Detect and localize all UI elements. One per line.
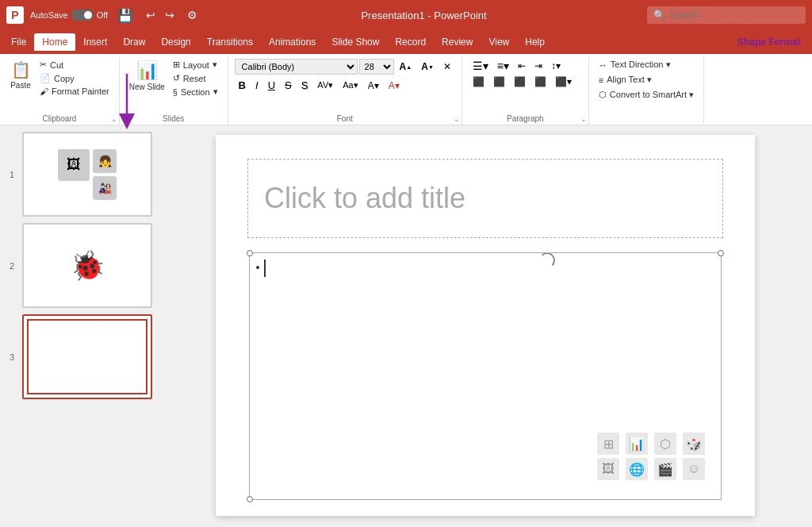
- menu-shape-format[interactable]: Shape Format: [730, 33, 809, 51]
- slide-1-content: 🖼 👧 🎎: [27, 137, 147, 212]
- content-placeholder[interactable]: ⊞ 📊 ⬡ 🎲 🖼 🌐 🎬 ☺: [249, 252, 722, 500]
- section-icon: §: [173, 87, 178, 97]
- menu-design[interactable]: Design: [153, 33, 198, 51]
- para-row-2: ⬛ ⬛ ⬛ ⬛ ⬛▾: [469, 75, 576, 88]
- clipboard-label: Clipboard: [42, 114, 76, 123]
- title-placeholder-text: Click to add title: [264, 182, 465, 215]
- title-bar-right: 🔍: [647, 6, 806, 24]
- align-center-button[interactable]: ⬛: [489, 75, 509, 88]
- font-content: Calibri (Body) 28 A▲ A▼ ✕ B I U S S AV▾ …: [235, 59, 455, 105]
- menu-animations[interactable]: Animations: [261, 33, 324, 51]
- paste-icon: 📋: [11, 60, 31, 79]
- italic-button[interactable]: I: [251, 79, 262, 92]
- autosave-state: Off: [97, 10, 108, 20]
- menu-slideshow[interactable]: Slide Show: [324, 33, 387, 51]
- font-color-button[interactable]: A▾: [385, 79, 404, 92]
- table-icon[interactable]: ⊞: [597, 433, 619, 455]
- menu-record[interactable]: Record: [387, 33, 434, 51]
- reset-button[interactable]: ↺ Reset: [170, 72, 221, 84]
- menu-view[interactable]: View: [481, 33, 517, 51]
- section-chevron: ▾: [213, 87, 218, 97]
- bold-button[interactable]: B: [235, 79, 250, 92]
- align-text-button[interactable]: ≡ Align Text ▾: [596, 74, 697, 86]
- menu-home[interactable]: Home: [34, 33, 75, 51]
- section-button[interactable]: § Section ▾: [170, 86, 221, 98]
- format-painter-button[interactable]: 🖌 Format Painter: [36, 86, 113, 97]
- paste-button[interactable]: 📋 Paste: [6, 59, 35, 91]
- numbered-list-button[interactable]: ≡▾: [493, 59, 513, 73]
- increase-font-button[interactable]: A▲: [396, 60, 416, 73]
- canvas-area: Click to add title ⊞ 📊 ⬡: [159, 125, 812, 525]
- slide-thumbnail-1[interactable]: 1 🖼 👧 🎎: [22, 132, 152, 217]
- menu-help[interactable]: Help: [517, 33, 553, 51]
- clear-formatting-button[interactable]: ✕: [439, 60, 455, 73]
- handle-top-left[interactable]: [247, 250, 253, 256]
- icon-placeholder-icon[interactable]: ☺: [683, 458, 705, 480]
- undo-button[interactable]: ↩: [143, 7, 159, 23]
- highlight-color-button[interactable]: A▾: [364, 79, 383, 92]
- paragraph-expand[interactable]: ⌄: [580, 115, 587, 123]
- change-case-button[interactable]: Aa▾: [339, 79, 362, 91]
- align-right-button[interactable]: ⬛: [510, 75, 530, 88]
- convert-smartart-button[interactable]: ⬡ Convert to SmartArt ▾: [596, 89, 697, 101]
- layout-button[interactable]: ⊞ Layout ▾: [170, 59, 221, 71]
- convert-smartart-icon: ⬡: [599, 90, 607, 100]
- smartart-icon[interactable]: ⬡: [654, 433, 676, 455]
- search-input[interactable]: [647, 6, 806, 24]
- chart-icon[interactable]: 📊: [626, 433, 648, 455]
- title-placeholder[interactable]: Click to add title: [247, 159, 723, 238]
- menu-bar: File Home Insert Draw Design Transitions…: [0, 30, 812, 54]
- customize-button[interactable]: ⚙: [184, 7, 201, 23]
- font-row-1: Calibri (Body) 28 A▲ A▼ ✕: [235, 59, 455, 75]
- icons-row-2: 🖼 🌐 🎬 ☺: [597, 458, 705, 480]
- main-area: 1 🖼 👧 🎎 2 🐞 3: [0, 125, 812, 525]
- copy-button[interactable]: 📄 Copy: [36, 72, 113, 84]
- bullet-list-button[interactable]: ☰▾: [469, 59, 492, 73]
- underline-button[interactable]: U: [264, 79, 279, 92]
- char-spacing-button[interactable]: AV▾: [313, 79, 337, 91]
- justify-button[interactable]: ⬛: [530, 75, 550, 88]
- autosave-toggle[interactable]: [71, 10, 94, 21]
- shadow-button[interactable]: S: [297, 79, 312, 92]
- slide-number-3: 3: [10, 352, 14, 362]
- increase-indent-button[interactable]: ⇥: [530, 60, 546, 72]
- clipboard-expand[interactable]: ⌄: [111, 115, 117, 123]
- icons-row-1: ⊞ 📊 ⬡ 🎲: [597, 433, 705, 455]
- columns-button[interactable]: ⬛▾: [551, 75, 576, 88]
- layout-icon: ⊞: [173, 60, 180, 70]
- decrease-indent-button[interactable]: ⇤: [514, 60, 530, 72]
- text-direction-button[interactable]: ↔ Text Direction ▾: [596, 59, 697, 71]
- line-spacing-button[interactable]: ↕▾: [547, 60, 565, 72]
- online-picture-icon[interactable]: 🌐: [626, 458, 648, 480]
- font-size-select[interactable]: 28: [359, 59, 394, 75]
- slide-thumbnail-2[interactable]: 2 🐞: [22, 223, 152, 308]
- font-expand[interactable]: ⌄: [454, 115, 460, 123]
- menu-draw[interactable]: Draw: [115, 33, 153, 51]
- menu-insert[interactable]: Insert: [75, 33, 115, 51]
- picture-icon[interactable]: 🖼: [597, 458, 619, 480]
- menu-review[interactable]: Review: [434, 33, 481, 51]
- strikethrough-button[interactable]: S: [281, 79, 296, 92]
- menu-file[interactable]: File: [3, 33, 34, 51]
- handle-top-right[interactable]: [718, 250, 724, 256]
- ribbon-group-font: Calibri (Body) 28 A▲ A▼ ✕ B I U S S AV▾ …: [228, 57, 462, 125]
- title-bar: P AutoSave Off 💾 ↩ ↪ ⚙ Presentation1 - P…: [0, 0, 812, 30]
- ribbon-group-slides: 📊 New Slide ⊞ Layout ▾ ↺ Reset § Section…: [120, 57, 228, 125]
- save-button[interactable]: 💾: [114, 6, 136, 25]
- cut-button[interactable]: ✂ Cut: [36, 59, 113, 71]
- video-icon[interactable]: 🎬: [654, 458, 676, 480]
- new-slide-button[interactable]: 📊 New Slide: [126, 59, 168, 93]
- handle-bottom-left[interactable]: [247, 496, 253, 502]
- redo-button[interactable]: ↪: [162, 7, 178, 23]
- reset-icon: ↺: [173, 73, 180, 83]
- slide-canvas[interactable]: Click to add title ⊞ 📊 ⬡: [216, 135, 755, 516]
- copy-icon: 📄: [40, 73, 51, 83]
- 3d-icon[interactable]: 🎲: [683, 433, 705, 455]
- search-container: 🔍: [647, 6, 806, 24]
- font-row-2: B I U S S AV▾ Aa▾ A▾ A▾: [235, 79, 455, 92]
- slide-thumbnail-3[interactable]: 3: [22, 314, 152, 399]
- font-family-select[interactable]: Calibri (Body): [235, 59, 358, 75]
- decrease-font-button[interactable]: A▼: [417, 60, 438, 73]
- menu-transitions[interactable]: Transitions: [199, 33, 261, 51]
- align-left-button[interactable]: ⬛: [469, 75, 488, 88]
